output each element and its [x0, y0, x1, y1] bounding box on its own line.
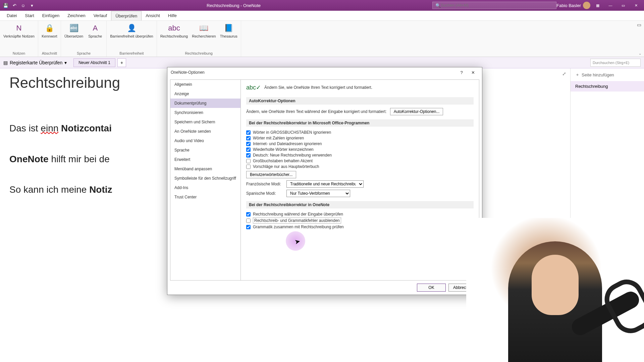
check-label: Großbuchstaben behalten Akzent [253, 159, 313, 163]
checkbox[interactable] [246, 130, 251, 135]
nav-dokumentprüfung[interactable]: Dokumentprüfung [170, 99, 240, 108]
checkbox[interactable] [246, 153, 251, 158]
checkbox[interactable] [246, 212, 251, 217]
nav-speichern-und-sichern[interactable]: Speichern und Sichern [170, 117, 240, 127]
check-label: Deutsch: Neue Rechtschreibung verwenden [253, 153, 332, 158]
onenote-check-1[interactable]: Rechtschreib- und Grammatikfehler ausble… [246, 218, 474, 224]
office-check-5[interactable]: Großbuchstaben behalten Akzent [246, 159, 474, 163]
nav-audio-und-video[interactable]: Audio und Video [170, 136, 240, 145]
dialog-header-text: Ändern Sie, wie OneNote Ihren Text korri… [264, 85, 372, 90]
section-autocorrect: AutoKorrektur-Optionen [246, 97, 474, 105]
check-label: Internet- und Dateiadressen ignorieren [253, 141, 322, 146]
nav-an-onenote-senden[interactable]: An OneNote senden [170, 127, 240, 136]
checkbox[interactable] [246, 165, 251, 169]
dialog-nav: AllgemeinAnzeigeDokumentprüfungSynchroni… [170, 80, 241, 280]
office-check-3[interactable]: Wiederholte Wörter kennzeichnen [246, 147, 474, 152]
office-check-6[interactable]: Vorschläge nur aus Hauptwörterbuch [246, 164, 474, 169]
help-button[interactable]: ? [456, 68, 467, 76]
spanish-mode-select[interactable]: Nur Tuteo-Verbformen [286, 190, 350, 197]
section-office: Bei der Rechtschreibkorrektur in Microso… [246, 119, 474, 127]
dialog-close-icon[interactable]: ✕ [467, 68, 479, 76]
nav-erweitert[interactable]: Erweitert [170, 155, 240, 164]
checkbox[interactable] [246, 219, 251, 223]
nav-menüband-anpassen[interactable]: Menüband anpassen [170, 164, 240, 174]
dialog-footer: OK Abbrechen [167, 281, 482, 295]
user-dictionaries-button[interactable]: Benutzerwörterbücher... [246, 171, 296, 178]
onenote-check-2[interactable]: Grammatik zusammen mit Rechtschreibung p… [246, 225, 474, 229]
check-label: Rechtschreibung während der Eingabe über… [253, 212, 343, 217]
nav-trust-center[interactable]: Trust Center [170, 192, 240, 202]
checkbox[interactable] [246, 225, 251, 229]
checkbox[interactable] [246, 136, 251, 140]
checkbox[interactable] [246, 159, 251, 163]
nav-sprache[interactable]: Sprache [170, 145, 240, 155]
office-check-0[interactable]: Wörter in GROSSBUCHSTABEN ignorieren [246, 130, 474, 135]
section-onenote: Bei der Rechtschreibkorrektur in OneNote [246, 201, 474, 208]
check-label: Wörter in GROSSBUCHSTABEN ignorieren [253, 130, 331, 135]
options-dialog: OneNote-Optionen ? ✕ AllgemeinAnzeigeDok… [167, 67, 482, 295]
nav-synchronisieren[interactable]: Synchronisieren [170, 108, 240, 117]
french-mode-select[interactable]: Traditionelle und neue Rechtschreibung [286, 180, 364, 188]
office-check-1[interactable]: Wörter mit Zahlen ignorieren [246, 136, 474, 140]
check-label: Wörter mit Zahlen ignorieren [253, 136, 304, 140]
autocorrect-desc: Ändern, wie OneNote Ihren Text während d… [246, 109, 387, 114]
webcam-overlay [466, 218, 644, 362]
nav-allgemein[interactable]: Allgemein [170, 80, 240, 89]
check-label: Wiederholte Wörter kennzeichnen [253, 147, 314, 152]
dialog-titlebar: OneNote-Optionen ? ✕ [167, 67, 482, 77]
office-check-4[interactable]: Deutsch: Neue Rechtschreibung verwenden [246, 153, 474, 158]
ok-button[interactable]: OK [417, 284, 446, 292]
nav-anzeige[interactable]: Anzeige [170, 89, 240, 99]
onenote-check-0[interactable]: Rechtschreibung während der Eingabe über… [246, 212, 474, 217]
nav-symbolleiste-für-den-schnellzugriff[interactable]: Symbolleiste für den Schnellzugriff [170, 174, 240, 183]
checkbox[interactable] [246, 147, 251, 152]
dialog-title: OneNote-Optionen [171, 70, 205, 75]
check-label: Vorschläge nur aus Hauptwörterbuch [253, 164, 319, 169]
check-label: Rechtschreib- und Grammatikfehler ausble… [253, 218, 341, 224]
dialog-content: abc✓ Ändern Sie, wie OneNote Ihren Text … [241, 80, 479, 280]
checkbox[interactable] [246, 142, 251, 146]
spanish-mode-label: Spanische Modi: [246, 191, 283, 196]
office-check-2[interactable]: Internet- und Dateiadressen ignorieren [246, 141, 474, 146]
check-label: Grammatik zusammen mit Rechtschreibung p… [253, 225, 344, 229]
french-mode-label: Französische Modi: [246, 182, 283, 186]
autocorrect-options-button[interactable]: AutoKorrektur-Optionen... [390, 108, 443, 115]
nav-add-ins[interactable]: Add-Ins [170, 183, 240, 192]
abc-check-icon: abc✓ [246, 84, 261, 91]
